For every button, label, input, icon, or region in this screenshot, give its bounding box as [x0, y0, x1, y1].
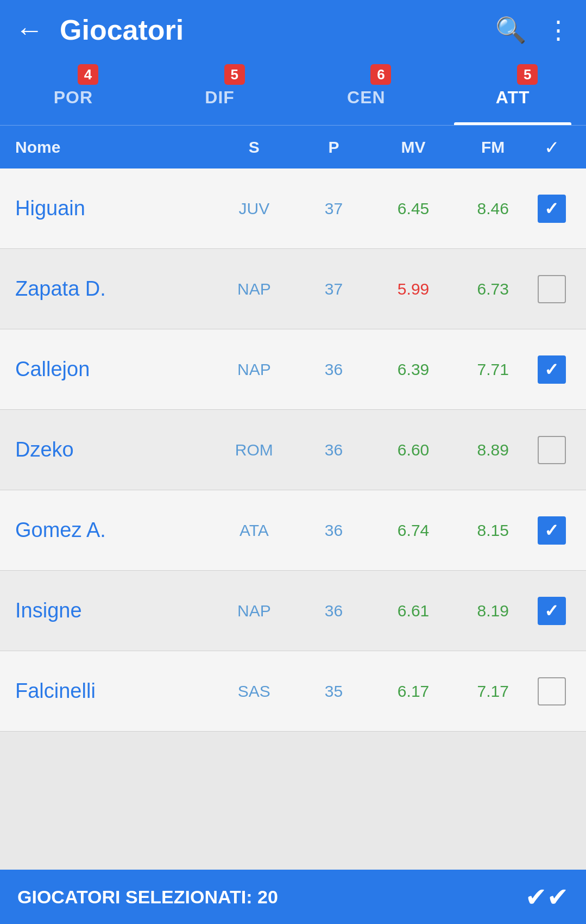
table-header: Nome S P MV FM ✓ — [0, 125, 586, 168]
tab-label-dif: DIF — [205, 88, 235, 108]
player-name[interactable]: Gomez A. — [15, 519, 215, 542]
selected-count-label: GIOCATORI SELEZIONATI: 20 — [17, 886, 278, 908]
tab-badge-por: 4 — [78, 64, 98, 85]
player-select-checkbox[interactable] — [538, 195, 566, 223]
bottom-bar: GIOCATORI SELEZIONATI: 20 ✔✔ — [0, 870, 586, 924]
selected-count-value: 20 — [257, 886, 278, 907]
players-list: Higuain JUV 37 6.45 8.46 Zapata D. NAP 3… — [0, 168, 586, 870]
col-header-check: ✓ — [533, 136, 571, 158]
search-icon[interactable]: 🔍 — [495, 15, 526, 45]
player-mv: 6.74 — [374, 521, 453, 540]
tab-label-att: ATT — [496, 88, 530, 108]
table-row: Callejon NAP 36 6.39 7.71 — [0, 329, 586, 410]
player-name[interactable]: Dzeko — [15, 438, 215, 461]
player-team: NAP — [215, 602, 294, 620]
player-mv: 6.61 — [374, 602, 453, 620]
col-header-p: P — [294, 138, 374, 157]
col-header-s: S — [215, 138, 294, 157]
tab-bar: 4POR5DIF6CEN5ATT — [0, 60, 586, 125]
player-checkbox-cell — [533, 195, 571, 223]
tab-badge-att: 5 — [517, 64, 538, 85]
player-mv: 6.60 — [374, 441, 453, 459]
tab-att[interactable]: 5ATT — [439, 60, 586, 125]
player-select-checkbox[interactable] — [538, 275, 566, 303]
player-matches: 35 — [294, 682, 374, 701]
player-fm: 8.89 — [453, 441, 533, 459]
player-team: JUV — [215, 199, 294, 218]
player-fm: 7.71 — [453, 360, 533, 379]
more-options-icon[interactable]: ⋮ — [546, 15, 571, 45]
player-checkbox-cell — [533, 677, 571, 706]
player-mv: 6.45 — [374, 199, 453, 218]
player-mv: 6.17 — [374, 682, 453, 701]
page-title: Giocatori — [60, 14, 495, 46]
top-bar: ← Giocatori 🔍 ⋮ — [0, 0, 586, 60]
table-row: Zapata D. NAP 37 5.99 6.73 — [0, 249, 586, 329]
top-bar-icons: 🔍 ⋮ — [495, 15, 571, 45]
player-team: ATA — [215, 521, 294, 540]
player-fm: 6.73 — [453, 280, 533, 298]
double-check-icon[interactable]: ✔✔ — [525, 882, 569, 912]
player-select-checkbox[interactable] — [538, 436, 566, 464]
player-name[interactable]: Insigne — [15, 599, 215, 622]
player-fm: 8.46 — [453, 199, 533, 218]
col-header-fm: FM — [453, 138, 533, 157]
player-mv: 6.39 — [374, 360, 453, 379]
table-row: Falcinelli SAS 35 6.17 7.17 — [0, 651, 586, 732]
player-name[interactable]: Callejon — [15, 358, 215, 381]
player-team: ROM — [215, 441, 294, 459]
player-select-checkbox[interactable] — [538, 597, 566, 625]
back-button[interactable]: ← — [15, 14, 43, 46]
player-checkbox-cell — [533, 597, 571, 625]
player-matches: 37 — [294, 280, 374, 298]
tab-label-cen: CEN — [347, 88, 386, 108]
player-fm: 8.15 — [453, 521, 533, 540]
player-mv: 5.99 — [374, 280, 453, 298]
player-team: NAP — [215, 360, 294, 379]
player-matches: 37 — [294, 199, 374, 218]
tab-por[interactable]: 4POR — [0, 60, 147, 125]
player-checkbox-cell — [533, 516, 571, 545]
tab-cen[interactable]: 6CEN — [293, 60, 440, 125]
player-checkbox-cell — [533, 355, 571, 384]
player-matches: 36 — [294, 521, 374, 540]
player-select-checkbox[interactable] — [538, 516, 566, 545]
table-row: Dzeko ROM 36 6.60 8.89 — [0, 410, 586, 490]
player-name[interactable]: Higuain — [15, 197, 215, 220]
player-fm: 8.19 — [453, 602, 533, 620]
player-name[interactable]: Zapata D. — [15, 277, 215, 301]
tab-dif[interactable]: 5DIF — [147, 60, 293, 125]
player-select-checkbox[interactable] — [538, 677, 566, 706]
player-select-checkbox[interactable] — [538, 355, 566, 384]
player-matches: 36 — [294, 441, 374, 459]
player-matches: 36 — [294, 602, 374, 620]
col-header-mv: MV — [374, 138, 453, 157]
player-checkbox-cell — [533, 275, 571, 303]
player-fm: 7.17 — [453, 682, 533, 701]
tab-badge-dif: 5 — [224, 64, 245, 85]
tab-badge-cen: 6 — [370, 64, 391, 85]
player-team: NAP — [215, 280, 294, 298]
player-checkbox-cell — [533, 436, 571, 464]
col-header-nome: Nome — [15, 138, 215, 157]
tab-label-por: POR — [54, 88, 93, 108]
player-matches: 36 — [294, 360, 374, 379]
table-row: Insigne NAP 36 6.61 8.19 — [0, 571, 586, 651]
player-name[interactable]: Falcinelli — [15, 679, 215, 703]
table-row: Higuain JUV 37 6.45 8.46 — [0, 168, 586, 249]
player-team: SAS — [215, 682, 294, 701]
table-row: Gomez A. ATA 36 6.74 8.15 — [0, 490, 586, 571]
